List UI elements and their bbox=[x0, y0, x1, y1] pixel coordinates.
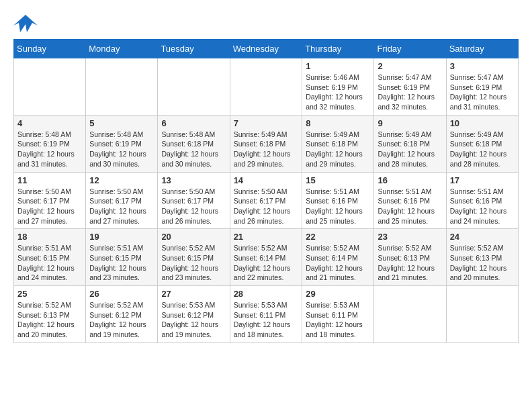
calendar-cell bbox=[446, 286, 518, 343]
calendar-cell: 11Sunrise: 5:50 AM Sunset: 6:17 PM Dayli… bbox=[14, 172, 86, 229]
day-header-wednesday: Wednesday bbox=[230, 40, 302, 58]
day-detail: Sunrise: 5:52 AM Sunset: 6:14 PM Dayligh… bbox=[234, 243, 299, 283]
day-detail: Sunrise: 5:53 AM Sunset: 6:12 PM Dayligh… bbox=[161, 300, 226, 340]
day-number: 11 bbox=[17, 175, 82, 185]
calendar-cell: 26Sunrise: 5:52 AM Sunset: 6:12 PM Dayli… bbox=[86, 286, 158, 343]
calendar-cell bbox=[86, 58, 158, 116]
day-detail: Sunrise: 5:52 AM Sunset: 6:13 PM Dayligh… bbox=[378, 243, 442, 283]
day-number: 8 bbox=[306, 118, 370, 128]
day-number: 23 bbox=[378, 232, 442, 242]
calendar-cell: 5Sunrise: 5:48 AM Sunset: 6:19 PM Daylig… bbox=[86, 115, 158, 172]
day-number: 14 bbox=[234, 175, 299, 185]
day-number: 21 bbox=[234, 232, 299, 242]
day-detail: Sunrise: 5:51 AM Sunset: 6:16 PM Dayligh… bbox=[450, 187, 515, 226]
calendar-week-row: 11Sunrise: 5:50 AM Sunset: 6:17 PM Dayli… bbox=[14, 172, 519, 229]
calendar-cell: 12Sunrise: 5:50 AM Sunset: 6:17 PM Dayli… bbox=[86, 172, 158, 229]
day-number: 16 bbox=[378, 175, 442, 185]
calendar-cell: 21Sunrise: 5:52 AM Sunset: 6:14 PM Dayli… bbox=[230, 229, 302, 286]
day-detail: Sunrise: 5:46 AM Sunset: 6:19 PM Dayligh… bbox=[306, 73, 370, 112]
day-number: 18 bbox=[17, 232, 82, 242]
calendar-cell: 22Sunrise: 5:52 AM Sunset: 6:14 PM Dayli… bbox=[302, 229, 374, 286]
day-number: 12 bbox=[89, 175, 154, 185]
calendar-cell: 9Sunrise: 5:49 AM Sunset: 6:18 PM Daylig… bbox=[374, 115, 446, 172]
calendar-cell: 16Sunrise: 5:51 AM Sunset: 6:16 PM Dayli… bbox=[374, 172, 446, 229]
day-header-sunday: Sunday bbox=[14, 40, 86, 58]
day-number: 26 bbox=[89, 289, 154, 299]
calendar-cell: 29Sunrise: 5:53 AM Sunset: 6:11 PM Dayli… bbox=[302, 286, 374, 343]
calendar-header-row: SundayMondayTuesdayWednesdayThursdayFrid… bbox=[14, 40, 519, 58]
day-number: 27 bbox=[161, 289, 226, 299]
day-detail: Sunrise: 5:51 AM Sunset: 6:15 PM Dayligh… bbox=[89, 243, 154, 283]
calendar-cell: 10Sunrise: 5:49 AM Sunset: 6:18 PM Dayli… bbox=[446, 115, 518, 172]
day-detail: Sunrise: 5:47 AM Sunset: 6:19 PM Dayligh… bbox=[378, 73, 442, 112]
calendar-cell: 1Sunrise: 5:46 AM Sunset: 6:19 PM Daylig… bbox=[302, 58, 374, 116]
day-detail: Sunrise: 5:50 AM Sunset: 6:17 PM Dayligh… bbox=[161, 187, 226, 226]
day-detail: Sunrise: 5:49 AM Sunset: 6:18 PM Dayligh… bbox=[378, 130, 442, 169]
day-detail: Sunrise: 5:49 AM Sunset: 6:18 PM Dayligh… bbox=[450, 130, 515, 169]
day-number: 3 bbox=[450, 61, 515, 71]
day-number: 10 bbox=[450, 118, 515, 128]
calendar-cell: 15Sunrise: 5:51 AM Sunset: 6:16 PM Dayli… bbox=[302, 172, 374, 229]
day-detail: Sunrise: 5:51 AM Sunset: 6:16 PM Dayligh… bbox=[306, 187, 370, 226]
day-detail: Sunrise: 5:48 AM Sunset: 6:19 PM Dayligh… bbox=[89, 130, 154, 169]
calendar-cell: 20Sunrise: 5:52 AM Sunset: 6:15 PM Dayli… bbox=[158, 229, 230, 286]
calendar-cell bbox=[14, 58, 86, 116]
calendar-cell: 17Sunrise: 5:51 AM Sunset: 6:16 PM Dayli… bbox=[446, 172, 518, 229]
calendar-cell: 3Sunrise: 5:47 AM Sunset: 6:19 PM Daylig… bbox=[446, 58, 518, 116]
day-number: 28 bbox=[234, 289, 299, 299]
day-detail: Sunrise: 5:47 AM Sunset: 6:19 PM Dayligh… bbox=[450, 73, 515, 112]
calendar-cell: 19Sunrise: 5:51 AM Sunset: 6:15 PM Dayli… bbox=[86, 229, 158, 286]
day-number: 29 bbox=[306, 289, 370, 299]
day-number: 20 bbox=[161, 232, 226, 242]
logo bbox=[13, 13, 40, 34]
day-number: 1 bbox=[306, 61, 370, 71]
calendar-week-row: 18Sunrise: 5:51 AM Sunset: 6:15 PM Dayli… bbox=[14, 229, 519, 286]
page-header bbox=[13, 13, 519, 34]
calendar-cell: 24Sunrise: 5:52 AM Sunset: 6:13 PM Dayli… bbox=[446, 229, 518, 286]
day-detail: Sunrise: 5:51 AM Sunset: 6:15 PM Dayligh… bbox=[17, 243, 82, 283]
day-number: 9 bbox=[378, 118, 442, 128]
calendar-table: SundayMondayTuesdayWednesdayThursdayFrid… bbox=[13, 39, 519, 343]
day-detail: Sunrise: 5:49 AM Sunset: 6:18 PM Dayligh… bbox=[234, 130, 299, 169]
day-detail: Sunrise: 5:50 AM Sunset: 6:17 PM Dayligh… bbox=[17, 187, 82, 226]
day-detail: Sunrise: 5:50 AM Sunset: 6:17 PM Dayligh… bbox=[234, 187, 299, 226]
day-header-tuesday: Tuesday bbox=[158, 40, 230, 58]
calendar-cell: 7Sunrise: 5:49 AM Sunset: 6:18 PM Daylig… bbox=[230, 115, 302, 172]
calendar-cell bbox=[230, 58, 302, 116]
calendar-cell bbox=[374, 286, 446, 343]
day-number: 22 bbox=[306, 232, 370, 242]
calendar-week-row: 4Sunrise: 5:48 AM Sunset: 6:19 PM Daylig… bbox=[14, 115, 519, 172]
day-number: 25 bbox=[17, 289, 82, 299]
day-detail: Sunrise: 5:52 AM Sunset: 6:14 PM Dayligh… bbox=[306, 243, 370, 283]
calendar-cell bbox=[158, 58, 230, 116]
day-number: 15 bbox=[306, 175, 370, 185]
day-detail: Sunrise: 5:53 AM Sunset: 6:11 PM Dayligh… bbox=[234, 300, 299, 340]
calendar-week-row: 25Sunrise: 5:52 AM Sunset: 6:13 PM Dayli… bbox=[14, 286, 519, 343]
day-detail: Sunrise: 5:52 AM Sunset: 6:15 PM Dayligh… bbox=[161, 243, 226, 283]
day-detail: Sunrise: 5:52 AM Sunset: 6:12 PM Dayligh… bbox=[89, 300, 154, 340]
day-header-monday: Monday bbox=[86, 40, 158, 58]
day-number: 13 bbox=[161, 175, 226, 185]
calendar-cell: 18Sunrise: 5:51 AM Sunset: 6:15 PM Dayli… bbox=[14, 229, 86, 286]
day-number: 4 bbox=[17, 118, 82, 128]
calendar-cell: 28Sunrise: 5:53 AM Sunset: 6:11 PM Dayli… bbox=[230, 286, 302, 343]
day-number: 2 bbox=[378, 61, 442, 71]
calendar-cell: 23Sunrise: 5:52 AM Sunset: 6:13 PM Dayli… bbox=[374, 229, 446, 286]
day-detail: Sunrise: 5:50 AM Sunset: 6:17 PM Dayligh… bbox=[89, 187, 154, 226]
day-number: 24 bbox=[450, 232, 515, 242]
day-detail: Sunrise: 5:52 AM Sunset: 6:13 PM Dayligh… bbox=[17, 300, 82, 340]
day-number: 6 bbox=[161, 118, 226, 128]
svg-marker-0 bbox=[13, 15, 38, 32]
calendar-cell: 2Sunrise: 5:47 AM Sunset: 6:19 PM Daylig… bbox=[374, 58, 446, 116]
day-detail: Sunrise: 5:48 AM Sunset: 6:19 PM Dayligh… bbox=[17, 130, 82, 169]
day-detail: Sunrise: 5:51 AM Sunset: 6:16 PM Dayligh… bbox=[378, 187, 442, 226]
calendar-cell: 25Sunrise: 5:52 AM Sunset: 6:13 PM Dayli… bbox=[14, 286, 86, 343]
calendar-cell: 14Sunrise: 5:50 AM Sunset: 6:17 PM Dayli… bbox=[230, 172, 302, 229]
day-detail: Sunrise: 5:48 AM Sunset: 6:18 PM Dayligh… bbox=[161, 130, 226, 169]
calendar-cell: 8Sunrise: 5:49 AM Sunset: 6:18 PM Daylig… bbox=[302, 115, 374, 172]
logo-icon bbox=[13, 13, 38, 34]
day-number: 7 bbox=[234, 118, 299, 128]
calendar-cell: 6Sunrise: 5:48 AM Sunset: 6:18 PM Daylig… bbox=[158, 115, 230, 172]
day-number: 17 bbox=[450, 175, 515, 185]
day-detail: Sunrise: 5:49 AM Sunset: 6:18 PM Dayligh… bbox=[306, 130, 370, 169]
